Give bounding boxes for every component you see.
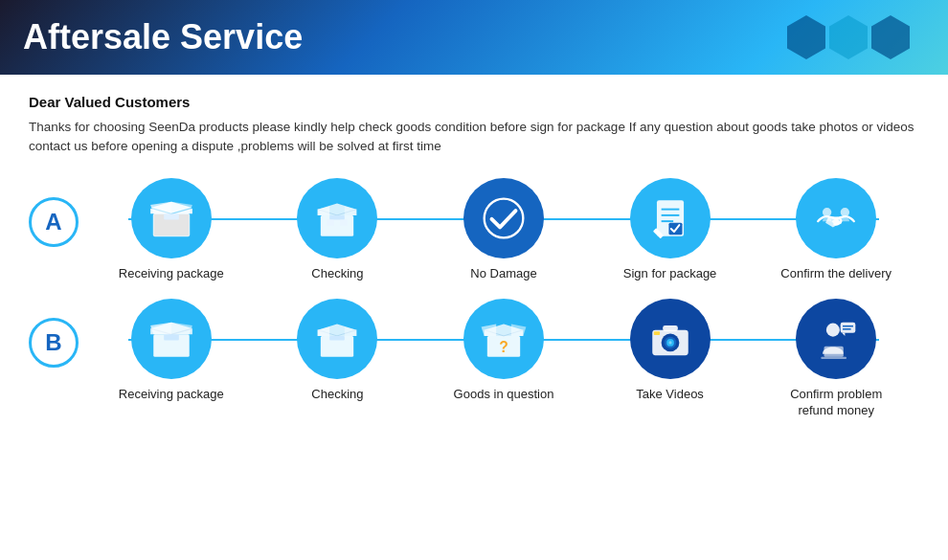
svg-point-26 <box>668 342 671 345</box>
header: Aftersale Service <box>0 0 948 75</box>
flow-item-confirm-del: Confirm the delivery <box>753 178 919 282</box>
confirm-del-icon-circle <box>796 178 876 258</box>
recv-a-icon-circle <box>131 178 212 258</box>
row-label-b: B <box>29 318 79 368</box>
take-vid-label: Take Videos <box>636 387 704 403</box>
check-b-label: Checking <box>311 387 363 403</box>
question-box-icon: ? <box>480 315 528 363</box>
svg-rect-35 <box>822 357 847 359</box>
confirm-del-label: Confirm the delivery <box>780 266 892 282</box>
checkmark-icon <box>480 194 528 242</box>
goods-q-icon-circle: ? <box>463 299 544 379</box>
description: Thanks for choosing SeenDa products plea… <box>29 118 919 157</box>
flow-items-b: Receiving package Checki <box>88 299 919 419</box>
checking-box-a-icon <box>313 194 361 242</box>
row-label-a: A <box>29 197 79 247</box>
svg-marker-31 <box>842 333 845 336</box>
handshake-icon <box>812 194 860 242</box>
page-title: Aftersale Service <box>23 17 303 57</box>
customer-service-icon <box>812 315 860 363</box>
package-open-icon <box>147 194 195 242</box>
svg-point-14 <box>823 208 831 216</box>
flow-item-goods-q: ? Goods in question <box>420 299 587 403</box>
flow-item-check-a: Checking <box>255 178 421 282</box>
sign-pkg-label: Sign for package <box>623 266 717 282</box>
flow-item-check-b: Checking <box>255 299 421 403</box>
confirm-prob-icon-circle <box>796 299 876 379</box>
recv-b-label: Receiving package <box>119 387 224 403</box>
sign-pkg-icon-circle <box>630 178 711 258</box>
check-b-icon-circle <box>297 299 377 379</box>
svg-rect-2 <box>164 213 179 219</box>
flow-items-a: Receiving package <box>88 178 919 282</box>
recv-a-label: Receiving package <box>119 266 224 282</box>
svg-rect-6 <box>341 219 349 225</box>
flow-section-a: A <box>29 178 919 282</box>
svg-rect-34 <box>824 347 844 357</box>
hex-1 <box>787 15 825 59</box>
flow-item-no-damage: No Damage <box>420 178 587 282</box>
flow-item-recv-b: Receiving package <box>88 299 255 403</box>
hex-decoration <box>787 15 910 59</box>
goods-q-label: Goods in question <box>454 387 554 403</box>
document-sign-icon <box>646 194 694 242</box>
check-a-label: Checking <box>311 266 363 282</box>
recv-b-icon-circle <box>131 299 212 379</box>
no-damage-icon-circle <box>463 178 544 258</box>
svg-point-15 <box>841 208 849 216</box>
svg-rect-19 <box>330 336 346 341</box>
flow-item-confirm-prob: Confirm problem refund money <box>753 299 919 419</box>
flow-item-sign-pkg: Sign for package <box>587 178 754 282</box>
no-damage-label: No Damage <box>470 266 536 282</box>
svg-rect-28 <box>653 332 659 336</box>
svg-rect-4 <box>330 214 346 219</box>
svg-rect-17 <box>164 335 179 341</box>
flow-row-b: B Receiving packa <box>29 299 919 419</box>
package-b-icon <box>147 315 195 363</box>
svg-rect-5 <box>327 219 334 225</box>
dear-title: Dear Valued Customers <box>29 94 919 110</box>
flow-row-a: A <box>29 178 919 282</box>
hex-3 <box>871 15 910 59</box>
svg-text:?: ? <box>499 339 508 355</box>
camera-icon <box>646 315 694 363</box>
flow-item-take-vid: Take Videos <box>587 299 754 403</box>
take-vid-icon-circle <box>630 299 711 379</box>
svg-point-29 <box>826 324 840 337</box>
svg-rect-27 <box>663 325 678 331</box>
flow-item-recv-a: Receiving package <box>88 178 255 282</box>
checking-box-b-icon <box>313 315 361 363</box>
content: Dear Valued Customers Thanks for choosin… <box>0 75 948 456</box>
flow-section-b: B Receiving packa <box>29 299 919 419</box>
confirm-prob-label: Confirm problem refund money <box>790 387 882 419</box>
check-a-icon-circle <box>297 178 377 258</box>
svg-rect-30 <box>841 323 856 333</box>
hex-2 <box>829 15 868 59</box>
